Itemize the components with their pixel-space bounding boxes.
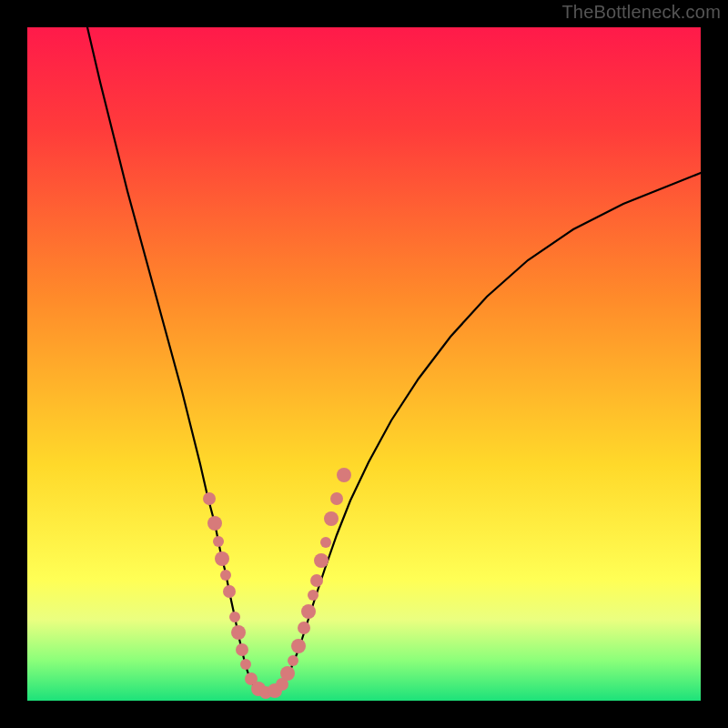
curve-left-branch — [87, 27, 268, 693]
data-point — [207, 516, 222, 531]
curve-right-branch — [268, 173, 701, 693]
data-point — [236, 643, 248, 656]
curve-layer — [27, 27, 701, 701]
data-point — [288, 655, 298, 666]
data-point — [240, 659, 251, 670]
data-point — [337, 468, 351, 482]
data-point — [301, 604, 316, 619]
data-point — [324, 511, 339, 526]
data-point — [203, 492, 216, 505]
data-point — [330, 492, 343, 505]
data-point — [280, 666, 295, 681]
watermark-text: TheBottleneck.com — [561, 2, 721, 23]
data-point — [310, 574, 323, 587]
data-point — [291, 639, 306, 653]
chart-frame: TheBottleneck.com — [0, 0, 728, 728]
data-point — [220, 570, 231, 581]
data-point — [314, 553, 329, 568]
data-point — [229, 612, 240, 622]
data-point — [308, 590, 318, 601]
data-point — [215, 551, 229, 566]
data-point — [231, 625, 246, 640]
data-point — [298, 622, 310, 634]
data-point — [223, 585, 236, 598]
plot-area — [27, 27, 701, 701]
data-point — [320, 537, 331, 548]
data-point — [213, 536, 224, 547]
